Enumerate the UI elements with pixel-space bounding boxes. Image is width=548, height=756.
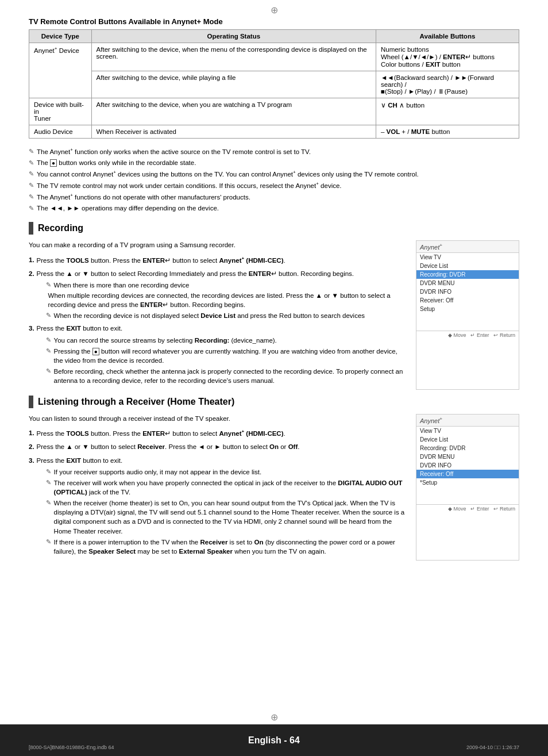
- listening-section-heading: Listening through a Receiver (Home Theat…: [29, 396, 519, 408]
- note-icon: ✎: [29, 159, 34, 167]
- status-audio: When Receiver is activated: [91, 125, 376, 139]
- anynet-item-view-tv-2: View TV: [416, 427, 519, 435]
- listening-step-3: 3. Press the EXIT button to exit. ✎ If y…: [29, 456, 407, 556]
- note-item: ✎ The Anynet+ function only works when t…: [29, 147, 519, 156]
- recording-step-1: 1. Press the TOOLS button. Press the ENT…: [29, 255, 407, 266]
- anynet-item-device-list: Device List: [416, 262, 519, 270]
- recording-text-block: You can make a recording of a TV program…: [29, 240, 407, 390]
- table-row: After switching to the device, while pla…: [29, 71, 519, 98]
- status-tuner: After switching to the device, when you …: [91, 98, 376, 125]
- note-item: ✎ The ◄◄, ►► operations may differ depen…: [29, 204, 519, 213]
- table-row: Anynet+ Device After switching to the de…: [29, 43, 519, 71]
- anynet-listening-menu: Anynet+ View TV Device List Recording: D…: [416, 414, 519, 561]
- sub-note: ✎ If there is a power interruption to th…: [46, 538, 407, 556]
- device-tuner: Device with built-inTuner: [29, 98, 92, 125]
- recording-section-heading: Recording: [29, 222, 519, 235]
- anynet-logo-2: Anynet+: [416, 415, 519, 427]
- anynet-item-recording-dvdr: Recording: DVDR: [416, 270, 519, 279]
- note-icon: ✎: [29, 170, 34, 178]
- crosshair-top-icon: ⊕: [271, 5, 278, 16]
- sub-note: ✎ Pressing the ● button will record what…: [46, 347, 407, 365]
- note-icon: ✎: [29, 193, 34, 201]
- section-bar: [29, 222, 33, 235]
- buttons-anynet-menu: Numeric buttons Wheel (▲/▼/◄/►) / ENTER↵…: [376, 43, 519, 71]
- note-icon: ✎: [46, 478, 51, 487]
- anynet-item-receiver-off-2: Receiver: Off: [416, 470, 519, 478]
- anynet-item-setup-2: *Setup: [416, 478, 519, 487]
- bottom-bar: English - 64: [0, 724, 548, 756]
- sub-note: ✎ When there is more than one recording …: [46, 281, 407, 290]
- sub-note: ✎ When the recording device is not displ…: [46, 311, 407, 320]
- recording-step-2: 2. Press the ▲ or ▼ button to select Rec…: [29, 269, 407, 321]
- buttons-audio: – VOL + / MUTE button: [376, 125, 519, 139]
- anynet-item-view-tv: View TV: [416, 253, 519, 262]
- note-item: ✎ The TV remote control may not work und…: [29, 181, 519, 190]
- note-icon: ✎: [29, 147, 34, 156]
- page-content: ⊕ TV Remote Control Buttons Available in…: [0, 0, 548, 756]
- anynet-item-receiver-off: Receiver: Off: [416, 296, 519, 305]
- anynet-logo: Anynet+: [416, 241, 519, 253]
- note-item: ✎ The ● button works only while in the r…: [29, 158, 519, 167]
- table-title: TV Remote Control Buttons Available in A…: [29, 17, 519, 26]
- note-item: ✎ You cannot control Anynet+ devices usi…: [29, 169, 519, 179]
- anynet-item-setup: Setup: [416, 305, 519, 313]
- status-anynet-menu: After switching to the device, when the …: [91, 43, 376, 71]
- device-audio: Audio Device: [29, 125, 92, 139]
- recording-steps: 1. Press the TOOLS button. Press the ENT…: [29, 255, 407, 385]
- recording-step-3: 3. Press the EXIT button to exit. ✎ You …: [29, 324, 407, 385]
- page-number: English - 64: [248, 735, 300, 746]
- listening-intro: You can listen to sound through a receiv…: [29, 414, 407, 424]
- anynet-recording-menu: Anynet+ View TV Device List Recording: D…: [416, 240, 519, 390]
- status-anynet-file: After switching to the device, while pla…: [91, 71, 376, 98]
- note-icon: ✎: [46, 347, 51, 355]
- buttons-tuner: ∨ CH ∧ button: [376, 98, 519, 125]
- note-icon: ✎: [29, 204, 34, 213]
- buttons-anynet-file: ◄◄(Backward search) / ►►(Forward search)…: [376, 71, 519, 98]
- listening-heading-text: Listening through a Receiver (Home Theat…: [38, 397, 234, 407]
- sub-note: ✎ If your receiver supports audio only, …: [46, 467, 407, 477]
- col-header-device: Device Type: [29, 30, 92, 43]
- note-icon: ✎: [46, 311, 51, 320]
- recording-content: You can make a recording of a TV program…: [29, 240, 519, 390]
- table-row: Device with built-inTuner After switchin…: [29, 98, 519, 125]
- anynet-item-dvdr-info-2: DVDR INFO: [416, 461, 519, 470]
- note-icon: ✎: [46, 281, 51, 289]
- remote-control-table: Device Type Operating Status Available B…: [29, 29, 519, 139]
- anynet-footer: ◆ Move ↵ Enter ↩ Return: [416, 331, 519, 339]
- sub-note: ✎ Before recording, check whether the an…: [46, 367, 407, 385]
- col-header-status: Operating Status: [91, 30, 376, 43]
- anynet-item-dvdr-info: DVDR INFO: [416, 287, 519, 296]
- anynet-item-dvdr-menu-2: DVDR MENU: [416, 452, 519, 461]
- anynet-item-device-list-2: Device List: [416, 435, 519, 444]
- table-row: Audio Device When Receiver is activated …: [29, 125, 519, 139]
- listening-text-block: You can listen to sound through a receiv…: [29, 414, 407, 561]
- listening-content: You can listen to sound through a receiv…: [29, 414, 519, 561]
- listening-step-1: 1. Press the TOOLS button. Press the ENT…: [29, 428, 407, 439]
- sub-note: ✎ You can record the source streams by s…: [46, 336, 407, 345]
- anynet-footer-2: ◆ Move ↵ Enter ↩ Return: [416, 504, 519, 513]
- footer-right: 2009-04-10 □□ 1:26:37: [466, 745, 519, 750]
- crosshair-bottom-icon: ⊕: [271, 712, 278, 723]
- recording-intro: You can make a recording of a TV program…: [29, 240, 407, 250]
- notes-list-1: ✎ The Anynet+ function only works when t…: [29, 147, 519, 213]
- device-anynet: Anynet+ Device: [29, 43, 92, 98]
- note-icon: ✎: [46, 336, 51, 344]
- footer-left: [8000-SA]BN68-01988G-Eng.indb 64: [29, 745, 114, 750]
- anynet-item-dvdr-menu: DVDR MENU: [416, 279, 519, 287]
- anynet-item-recording-dvdr-2: Recording: DVDR: [416, 444, 519, 452]
- note-icon: ✎: [46, 538, 51, 546]
- sub-note: ✎ The receiver will work when you have p…: [46, 478, 407, 497]
- recording-heading-text: Recording: [38, 223, 83, 233]
- note-icon: ✎: [29, 181, 34, 190]
- section-bar-listening: [29, 396, 33, 408]
- note-item: ✎ The Anynet+ functions do not operate w…: [29, 192, 519, 202]
- note-icon: ✎: [46, 467, 51, 476]
- listening-steps: 1. Press the TOOLS button. Press the ENT…: [29, 428, 407, 555]
- note-icon: ✎: [46, 498, 51, 507]
- sub-note: ✎ When the receiver (home theater) is se…: [46, 498, 407, 535]
- note-icon: ✎: [46, 367, 51, 375]
- col-header-buttons: Available Buttons: [376, 30, 519, 43]
- listening-step-2: 2. Press the ▲ or ▼ button to select Rec…: [29, 442, 407, 452]
